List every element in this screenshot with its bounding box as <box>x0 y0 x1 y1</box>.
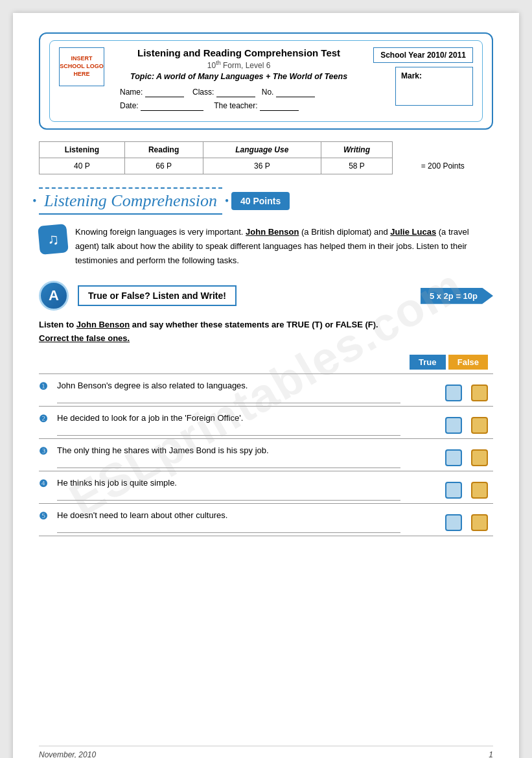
statement-row: ❷ He decided to look for a job in the 'F… <box>39 406 493 438</box>
stmt-num-1: ❶ <box>39 381 51 392</box>
mark-box: Mark: <box>395 67 473 106</box>
listening-points-badge: 40 Points <box>231 192 290 210</box>
stmt-line-4 <box>57 492 400 501</box>
listening-title: Listening Comprehension <box>39 187 222 215</box>
class-label: Class: <box>192 88 214 97</box>
stmt-line-1 <box>57 394 400 403</box>
stmt-content-1: John Benson's degree is also related to … <box>57 381 439 403</box>
page: ESLprintables.com INSERT SCHOOL LOGO HER… <box>13 13 519 758</box>
header-fields: Name: Class: No. Date: <box>113 88 364 111</box>
stmt-content-4: He thinks his job is quite simple. <box>57 478 439 501</box>
header-title: Listening and Reading Comprehension Test <box>113 47 364 58</box>
stmt-num-4: ❹ <box>39 478 51 490</box>
score-val-total: = 200 Points <box>392 158 492 174</box>
footer-date: November, 2010 <box>39 750 96 758</box>
teacher-field[interactable] <box>260 101 299 111</box>
checkbox-true-1[interactable] <box>445 385 462 401</box>
score-total-cell <box>392 142 492 158</box>
statement-row: ❹ He thinks his job is quite simple. <box>39 471 493 503</box>
checkbox-false-1[interactable] <box>471 385 488 401</box>
stmt-text-2: He decided to look for a job in the 'For… <box>57 413 439 423</box>
task-a-label-box: True or False? Listen and Write! <box>78 285 237 306</box>
score-val-language: 36 P <box>203 158 321 174</box>
stmt-num-3: ❸ <box>39 445 51 457</box>
score-header-language: Language Use <box>203 142 321 158</box>
school-year-box: School Year 2010/ 2011 <box>373 47 473 63</box>
task-a-header: A True or False? Listen and Write! 5 x 2… <box>39 281 493 311</box>
stmt-content-2: He decided to look for a job in the 'For… <box>57 413 439 436</box>
tf-header: True False <box>39 355 493 370</box>
task-a-circle: A <box>39 281 69 311</box>
stmt-checkboxes-5 <box>445 514 493 531</box>
name-label: Name: <box>120 88 143 97</box>
checkbox-false-5[interactable] <box>471 514 488 531</box>
no-label: No. <box>262 88 274 97</box>
stmt-checkboxes-2 <box>445 417 493 434</box>
footer-page: 1 <box>489 750 493 758</box>
stmt-checkboxes-3 <box>445 449 493 466</box>
stmt-text-5: He doesn't need to learn about other cul… <box>57 510 439 520</box>
score-val-writing: 58 P <box>321 158 393 174</box>
statement-row: ❸ The only thing he shares with James Bo… <box>39 438 493 471</box>
score-header-writing: Writing <box>321 142 393 158</box>
date-field[interactable] <box>141 101 203 111</box>
checkbox-true-3[interactable] <box>445 449 462 466</box>
header-subtitle: 10th Form, Level 6 <box>113 60 364 70</box>
checkbox-false-4[interactable] <box>471 482 488 499</box>
score-val-reading: 66 P <box>124 158 203 174</box>
stmt-checkboxes-4 <box>445 482 493 499</box>
header-topic: Topic: A world of Many Languages + The W… <box>113 72 364 81</box>
stmt-line-3 <box>57 459 400 468</box>
checkbox-false-3[interactable] <box>471 449 488 466</box>
statements-list: ❶ John Benson's degree is also related t… <box>39 373 493 536</box>
checkbox-true-5[interactable] <box>445 514 462 531</box>
instruction-block: ♫ Knowing foreign languages is very impo… <box>39 225 493 268</box>
stmt-num-2: ❷ <box>39 413 51 425</box>
stmt-text-4: He thinks his job is quite simple. <box>57 478 439 488</box>
listening-banner: Listening Comprehension 40 Points <box>39 187 493 215</box>
stmt-text-3: The only thing he shares with James Bond… <box>57 445 439 455</box>
stmt-line-5 <box>57 524 400 533</box>
header-right: School Year 2010/ 2011 Mark: <box>373 47 473 106</box>
checkbox-false-2[interactable] <box>471 417 488 434</box>
header-inner: INSERT SCHOOL LOGO HERE Listening and Re… <box>49 40 483 122</box>
listen-instruction: Listen to John Benson and say whether th… <box>39 318 493 346</box>
checkbox-true-2[interactable] <box>445 417 462 434</box>
name-field[interactable] <box>145 88 184 97</box>
statement-row: ❺ He doesn't need to learn about other c… <box>39 503 493 536</box>
date-label: Date: <box>120 101 139 110</box>
score-val-listening: 40 P <box>40 158 125 174</box>
stmt-content-3: The only thing he shares with James Bond… <box>57 445 439 468</box>
score-header-listening: Listening <box>40 142 125 158</box>
julie-lucas-name: Julie Lucas <box>390 227 436 237</box>
logo-box: INSERT SCHOOL LOGO HERE <box>59 47 104 86</box>
false-label: False <box>448 355 488 370</box>
ear-icon: ♫ <box>38 224 69 255</box>
page-footer: November, 2010 1 <box>39 746 493 758</box>
stmt-text-1: John Benson's degree is also related to … <box>57 381 439 390</box>
stmt-line-2 <box>57 427 400 436</box>
john-benson-name: John Benson <box>246 227 299 237</box>
stmt-checkboxes-1 <box>445 385 493 401</box>
header-center: Listening and Reading Comprehension Test… <box>113 47 364 115</box>
task-a-score: 5 x 2p = 10p <box>421 288 493 304</box>
correct-false-text: Correct the false ones. <box>39 333 130 343</box>
stmt-num-5: ❺ <box>39 510 51 522</box>
checkbox-true-4[interactable] <box>445 482 462 499</box>
instruction-text: Knowing foreign languages is very import… <box>75 225 493 268</box>
teacher-label: The teacher: <box>214 101 257 110</box>
score-table: Listening Reading Language Use Writing 4… <box>39 141 493 174</box>
score-header-reading: Reading <box>124 142 203 158</box>
true-label: True <box>410 355 446 370</box>
stmt-content-5: He doesn't need to learn about other cul… <box>57 510 439 533</box>
no-field[interactable] <box>276 88 315 97</box>
statement-row: ❶ John Benson's degree is also related t… <box>39 373 493 406</box>
class-field[interactable] <box>216 88 255 97</box>
header-outer: INSERT SCHOOL LOGO HERE Listening and Re… <box>39 32 493 130</box>
